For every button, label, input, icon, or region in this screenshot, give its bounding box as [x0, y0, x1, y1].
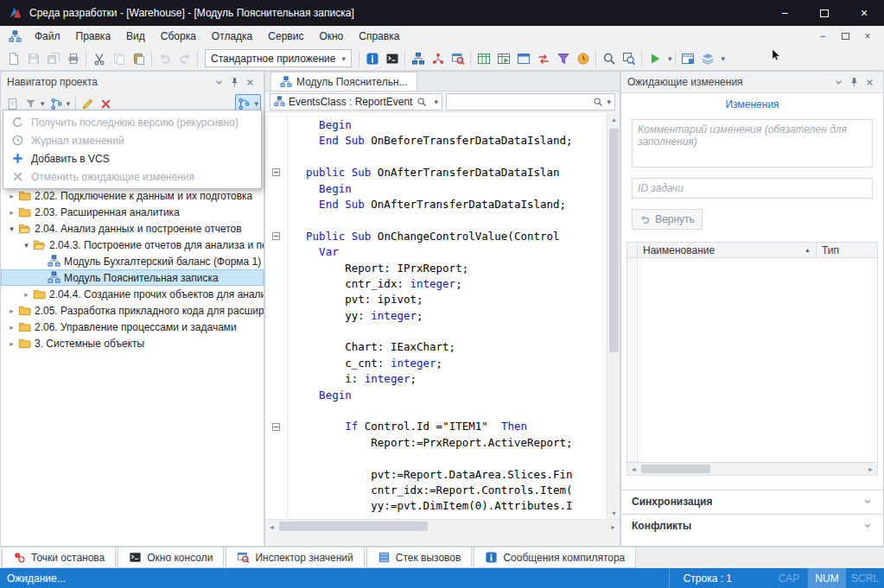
tree-item[interactable]: ▸2.05. Разработка прикладного кода для р…	[1, 302, 264, 319]
editor-vertical-scrollbar[interactable]: ▲ ▼	[607, 113, 620, 519]
application-combo[interactable]: Стандартное приложение▾	[205, 49, 352, 67]
menu-1[interactable]: Файл	[27, 30, 68, 42]
dock-tab-info[interactable]: Сообщения компилятора	[474, 547, 636, 568]
grid-green-button[interactable]	[474, 48, 493, 68]
tree-expander-icon[interactable]: ▾	[21, 241, 32, 250]
tree-expander-icon[interactable]: ▸	[6, 192, 17, 200]
window-minimize-button[interactable]: −	[765, 0, 805, 26]
tree-item[interactable]: ▾2.04. Анализ данных и построение отчето…	[1, 220, 264, 237]
tree-item[interactable]: ▸2.02. Подключение к данным и их подгото…	[1, 187, 264, 204]
mdi-restore-button[interactable]	[834, 28, 856, 45]
tree-item[interactable]: Модуль Пояснительная записка	[1, 269, 264, 286]
chevron-down-icon[interactable]	[830, 74, 846, 90]
changes-table-body[interactable]	[626, 258, 878, 463]
menu-4[interactable]: Сборка	[153, 30, 204, 42]
editor-tab[interactable]: Модуль Пояснительн...	[270, 72, 417, 91]
tree-expander-icon[interactable]: ▸	[21, 290, 32, 299]
hscroll-thumb[interactable]	[641, 465, 710, 473]
print-button[interactable]	[63, 48, 83, 68]
dock-tab-stack[interactable]: Стек вызовов	[366, 547, 473, 568]
section-conflicts[interactable]: Конфликты	[621, 514, 883, 537]
tree-expander-icon[interactable]: ▸	[6, 339, 17, 348]
redo-button[interactable]	[175, 48, 194, 68]
dock-tab-find-window[interactable]: Инспектор значений	[226, 547, 364, 568]
cut-button[interactable]	[89, 48, 109, 68]
tree-item[interactable]: ▸2.06. Управление процессами и задачами	[1, 319, 264, 335]
member-combo[interactable]: EventsClass : ReportEvents ▾	[270, 93, 442, 111]
tree-item[interactable]: ▸3. Системные объекты	[1, 335, 264, 351]
chevron-down-icon[interactable]: ▾	[668, 54, 672, 63]
search-button[interactable]	[599, 48, 619, 68]
chevron-down-icon[interactable]	[211, 74, 226, 90]
toggle-cap[interactable]: CAP	[770, 568, 808, 588]
menu-5[interactable]: Отладка	[204, 30, 260, 42]
menu-8[interactable]: Справка	[351, 30, 407, 42]
tree-expander-icon[interactable]: ▸	[6, 208, 17, 217]
window-maximize-button[interactable]	[805, 0, 844, 26]
window-close-button[interactable]: ×	[844, 0, 884, 26]
scroll-left-icon[interactable]: ◄	[627, 463, 640, 475]
save-button[interactable]	[23, 48, 43, 68]
save-all-button[interactable]	[43, 48, 63, 68]
dock-tab-breakpoints[interactable]: Точки останова	[2, 547, 116, 568]
red-cluster-button[interactable]	[428, 48, 448, 68]
paste-button[interactable]	[129, 48, 149, 68]
copy-button[interactable]	[109, 48, 129, 68]
layers-button[interactable]	[698, 48, 718, 68]
play-button[interactable]	[645, 48, 665, 68]
scroll-right-icon[interactable]: ►	[607, 520, 620, 534]
pin-icon[interactable]	[226, 74, 242, 90]
editor-horizontal-scrollbar[interactable]: ◄ ►	[265, 519, 620, 533]
changes-link[interactable]: Изменения	[621, 98, 883, 111]
tree-expander-icon[interactable]: ▸	[6, 323, 17, 332]
section-sync[interactable]: Синхронизация	[621, 490, 883, 513]
tree-expander-icon[interactable]: ▸	[6, 307, 17, 315]
info-button[interactable]	[362, 48, 382, 68]
chevron-down-icon[interactable]: ▾	[722, 54, 726, 63]
scroll-up-icon[interactable]: ▲	[607, 113, 620, 125]
code-area[interactable]: Begin End Sub OnBeforeTransferDataDataIs…	[265, 113, 620, 519]
menu-3[interactable]: Вид	[118, 30, 153, 42]
scroll-right-icon[interactable]: ►	[864, 463, 877, 475]
column-type[interactable]: Тип	[817, 243, 877, 257]
fold-collapse-icon[interactable]	[272, 423, 280, 431]
search-icon[interactable]	[593, 97, 603, 107]
console-button[interactable]	[382, 48, 402, 68]
vscroll-thumb[interactable]	[609, 129, 619, 352]
tree-item[interactable]: Модуль Бухгалтерский баланс (Форма 1)	[1, 253, 264, 269]
editor-search-input[interactable]: ▾	[446, 93, 615, 111]
menu-6[interactable]: Сервис	[260, 30, 311, 42]
window-blue-button[interactable]	[678, 48, 698, 68]
tree-item[interactable]: ▸2.04.4. Создание прочих объектов для ан…	[1, 286, 264, 302]
toggle-scrl[interactable]: SCRL	[846, 568, 884, 588]
tree-button[interactable]	[408, 48, 428, 68]
fold-collapse-icon[interactable]	[272, 232, 280, 240]
menu-2[interactable]: Правка	[68, 30, 119, 42]
menu-7[interactable]: Окно	[311, 30, 351, 42]
clock-orange-button[interactable]	[573, 48, 593, 68]
comment-textarea[interactable]	[632, 119, 873, 168]
dock-tab-console[interactable]: Окно консоли	[118, 547, 224, 568]
scroll-left-icon[interactable]: ◄	[265, 520, 278, 534]
column-name[interactable]: Наименование ▲	[638, 243, 817, 257]
find-window-button[interactable]	[448, 48, 467, 68]
new-file-button[interactable]	[3, 48, 23, 68]
table-horizontal-scrollbar[interactable]: ◄ ►	[626, 463, 878, 476]
context-menu-item-3[interactable]: Добавить в VCS	[3, 149, 261, 168]
tree-item[interactable]: ▸2.03. Расширенная аналитика	[1, 204, 264, 220]
close-icon[interactable]	[242, 74, 258, 90]
fold-collapse-icon[interactable]	[272, 168, 280, 176]
close-icon[interactable]	[862, 74, 877, 90]
toggle-num[interactable]: NUM	[808, 568, 846, 588]
mdi-minimize-button[interactable]: −	[811, 28, 834, 45]
task-id-input[interactable]	[632, 178, 873, 199]
search-frame-button[interactable]	[619, 48, 639, 68]
funnel-purple-button[interactable]	[553, 48, 573, 68]
undo-button[interactable]	[155, 48, 175, 68]
revert-button[interactable]: Вернуть	[632, 209, 703, 230]
grid-run-button[interactable]	[493, 48, 513, 68]
scroll-down-icon[interactable]: ▼	[607, 507, 620, 519]
mdi-close-button[interactable]: ×	[856, 28, 879, 45]
tree-item[interactable]: ▾2.04.3. Построение отчетов для анализа …	[1, 237, 264, 253]
window-frame-button[interactable]	[513, 48, 533, 68]
